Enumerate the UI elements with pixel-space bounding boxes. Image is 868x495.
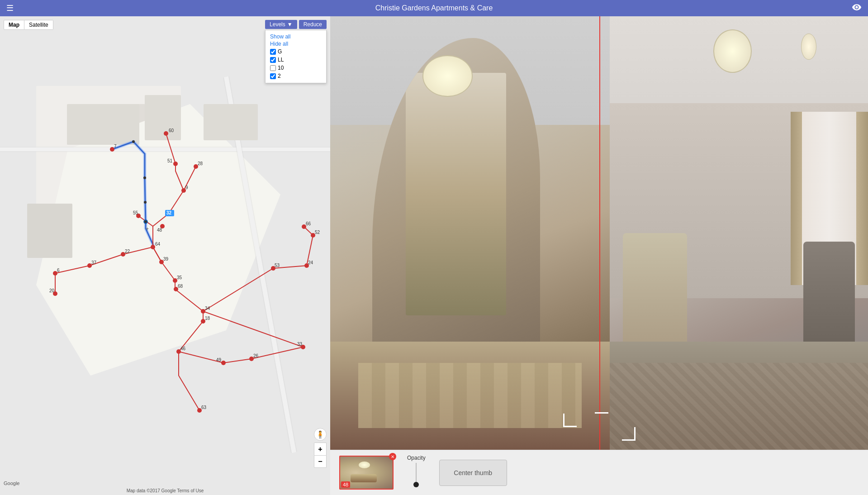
main-layout: Map Satellite Levels ▼ Reduce Show all H… [0, 16, 868, 495]
opacity-slider-thumb[interactable] [413, 482, 419, 487]
bracket-bottom-right [622, 427, 636, 441]
show-all-link[interactable]: Show all [270, 33, 322, 40]
level-g-item[interactable]: G [270, 48, 322, 56]
label-53: 53 [275, 263, 280, 268]
svg-rect-10 [27, 204, 72, 258]
google-logo: Google [4, 481, 19, 486]
right-panel: 48 ✕ Opacity Center thumb [330, 16, 868, 495]
label-52: 52 [315, 230, 320, 235]
route-dot-4 [144, 220, 147, 223]
opacity-section: Opacity [407, 455, 426, 491]
levels-btn-row: Levels ▼ Reduce [265, 20, 327, 29]
route-dot-3 [144, 201, 147, 204]
label-18: 18 [205, 316, 210, 321]
satellite-button[interactable]: Satellite [24, 20, 53, 30]
label-28: 28 [198, 161, 203, 166]
pano-right-half [610, 16, 868, 450]
map-attribution: Map data ©2017 Google Terms of Use [127, 488, 204, 493]
label-7: 7 [114, 144, 117, 149]
app-header: ☰ Christie Gardens Apartments & Care [0, 0, 868, 16]
map-type-buttons: Map Satellite [4, 20, 53, 30]
map-button[interactable]: Map [4, 20, 24, 30]
level-10-checkbox[interactable] [270, 65, 276, 71]
label-66: 66 [306, 221, 311, 226]
level-ll-checkbox[interactable] [270, 57, 276, 63]
level-10-item[interactable]: 10 [270, 64, 322, 72]
svg-rect-11 [204, 104, 258, 140]
thumbnail-container: 48 ✕ [339, 456, 394, 490]
node-49[interactable] [221, 361, 226, 365]
level-2-label: 2 [278, 73, 281, 79]
node-51[interactable] [173, 162, 178, 166]
level-2-checkbox[interactable] [270, 73, 276, 79]
label-68: 68 [178, 284, 183, 289]
svg-rect-9 [145, 95, 181, 140]
bracket-top-mid [595, 412, 608, 414]
crosshair-marker: + [146, 226, 149, 232]
opacity-slider-track[interactable] [416, 463, 417, 485]
panorama-view[interactable] [330, 16, 868, 450]
levels-menu: Show all Hide all G LL 10 2 [265, 30, 327, 83]
label-32: 32 [166, 210, 172, 215]
route-dot-2 [143, 176, 146, 179]
label-26: 26 [253, 353, 259, 358]
label-39: 39 [163, 257, 169, 262]
levels-button[interactable]: Levels ▼ [265, 20, 297, 29]
level-10-label: 10 [278, 65, 284, 71]
node-60[interactable] [164, 131, 168, 136]
bracket-bottom-right-top [622, 414, 636, 427]
svg-rect-8 [67, 104, 139, 145]
map-panel: Map Satellite Levels ▼ Reduce Show all H… [0, 16, 330, 495]
route-dot-1 [132, 140, 135, 143]
zoom-in-button[interactable]: + [314, 443, 327, 455]
zoom-out-button[interactable]: − [314, 455, 327, 468]
panorama-image [330, 16, 868, 450]
label-34: 34 [205, 306, 210, 311]
label-51: 51 [167, 158, 173, 163]
menu-icon[interactable]: ☰ [6, 3, 14, 13]
level-g-checkbox[interactable] [270, 49, 276, 55]
node-64[interactable] [151, 245, 155, 249]
level-ll-item[interactable]: LL [270, 56, 322, 64]
label-60: 60 [169, 128, 174, 133]
reduce-button[interactable]: Reduce [299, 20, 327, 29]
label-9: 9 [185, 185, 188, 190]
bottom-panel: 48 ✕ Opacity Center thumb [330, 450, 868, 495]
level-g-label: G [278, 48, 282, 55]
label-55: 55 [133, 210, 138, 215]
label-33: 33 [297, 342, 303, 347]
map-svg[interactable]: 60 7 51 28 9 32 55 48 + [0, 16, 330, 495]
label-35: 35 [177, 275, 182, 280]
center-thumb-button[interactable]: Center thumb [439, 460, 507, 486]
pano-left-half [330, 16, 610, 450]
level-2-item[interactable]: 2 [270, 72, 322, 80]
label-49: 49 [216, 357, 222, 362]
bracket-bottom-left [563, 414, 577, 427]
label-46: 46 [180, 346, 186, 351]
eye-icon[interactable] [852, 2, 862, 14]
thumbnail-close-button[interactable]: ✕ [389, 453, 396, 460]
label-48: 48 [157, 228, 162, 233]
panorama-divider-line [599, 16, 600, 450]
opacity-label: Opacity [407, 455, 426, 461]
levels-dropdown: Levels ▼ Reduce Show all Hide all G LL [265, 20, 327, 83]
zoom-controls: 🧍 + − [314, 428, 327, 468]
label-37: 37 [91, 260, 97, 265]
pegman-icon[interactable]: 🧍 [314, 428, 327, 441]
app-title: Christie Gardens Apartments & Care [375, 4, 493, 12]
hide-all-link[interactable]: Hide all [270, 40, 322, 48]
label-20: 20 [49, 288, 55, 293]
thumbnail-node-label: 48 [341, 481, 350, 488]
level-ll-label: LL [278, 57, 284, 63]
label-22: 22 [125, 249, 130, 254]
thumb-ceiling-light [359, 462, 370, 468]
label-24: 24 [308, 260, 313, 265]
label-63: 63 [201, 405, 207, 410]
label-64: 64 [155, 242, 161, 247]
label-6: 6 [57, 268, 60, 273]
